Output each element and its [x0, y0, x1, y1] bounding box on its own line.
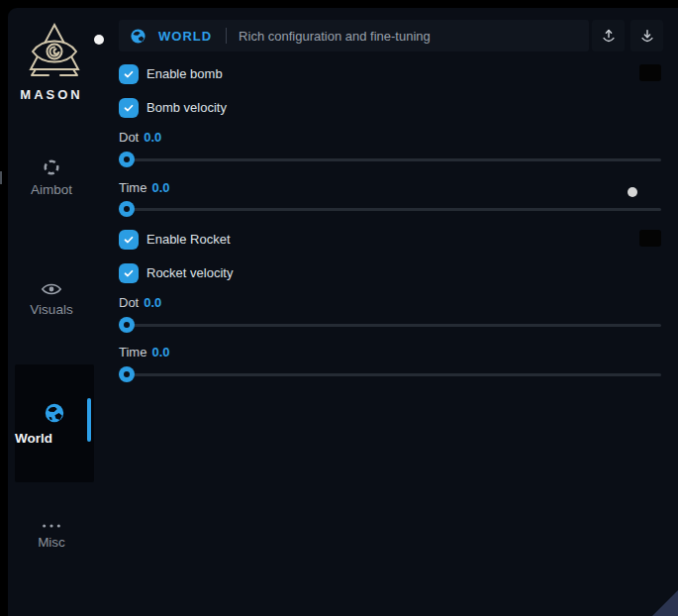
bomb-time-slider-label: Time0.0	[119, 181, 169, 195]
stray-dot	[628, 187, 637, 197]
upload-icon	[600, 27, 618, 45]
rocket-time-slider-track[interactable]	[119, 373, 661, 376]
upload-config-button[interactable]	[592, 20, 625, 51]
app-window: MASON Aimbot Visuals	[8, 8, 678, 616]
sidebar-item-world[interactable]: World	[15, 364, 94, 482]
slider-name: Time	[119, 180, 146, 195]
rocket-dot-slider-label: Dot0.0	[119, 296, 161, 310]
slider-value: 0.0	[151, 345, 169, 359]
screen: MASON Aimbot Visuals	[0, 0, 678, 616]
slider-value: 0.0	[144, 130, 161, 145]
page-title: WORLD	[158, 29, 212, 44]
slider-name: Time	[119, 345, 146, 359]
enable-rocket-label: Enable Rocket	[146, 230, 231, 250]
bomb-time-slider-thumb[interactable]	[119, 201, 135, 217]
thumb-hole	[124, 322, 130, 328]
bomb-color-swatch[interactable]	[639, 64, 661, 81]
page-header: WORLD Rich configuration and fine-tuning	[119, 20, 589, 51]
brand-name: MASON	[8, 87, 95, 102]
download-config-button[interactable]	[630, 20, 663, 51]
globe-icon	[130, 28, 146, 45]
enable-bomb-checkbox[interactable]	[119, 64, 139, 84]
eye-icon	[41, 281, 62, 297]
bomb-dot-slider-track[interactable]	[119, 158, 661, 161]
check-icon	[123, 68, 135, 80]
bomb-dot-slider-label: Dot0.0	[119, 131, 161, 145]
enable-bomb-label: Enable bomb	[146, 64, 223, 84]
thumb-hole	[124, 206, 130, 212]
thumb-hole	[124, 156, 130, 162]
header-divider	[226, 28, 227, 44]
thumb-hole	[124, 371, 130, 377]
bomb-velocity-label: Bomb velocity	[146, 98, 227, 118]
rocket-dot-slider-thumb[interactable]	[119, 317, 135, 333]
crosshair-icon	[42, 157, 61, 177]
sidebar-item-label: World	[15, 431, 94, 446]
ellipsis-icon	[41, 522, 62, 530]
cursor-dot	[94, 35, 104, 45]
bomb-dot-slider-thumb[interactable]	[119, 152, 135, 167]
rocket-velocity-label: Rocket velocity	[146, 263, 233, 283]
globe-icon	[44, 402, 65, 424]
check-icon	[123, 102, 135, 114]
enable-rocket-checkbox[interactable]	[119, 230, 139, 250]
sidebar-item-misc[interactable]: Misc	[8, 522, 95, 550]
sidebar-item-aimbot[interactable]: Aimbot	[8, 157, 95, 197]
page-subtitle: Rich configuration and fine-tuning	[239, 29, 431, 44]
rocket-dot-slider-track[interactable]	[119, 324, 661, 327]
corner-accent	[652, 590, 678, 616]
slider-value: 0.0	[151, 180, 169, 195]
active-tab-indicator	[87, 398, 91, 442]
slider-name: Dot	[119, 295, 139, 310]
sidebar-item-label: Misc	[8, 535, 95, 550]
mason-logo-icon	[24, 20, 85, 83]
rocket-color-swatch[interactable]	[639, 230, 661, 247]
slider-name: Dot	[119, 130, 139, 145]
rocket-velocity-checkbox[interactable]	[119, 263, 139, 283]
sidebar-item-label: Aimbot	[8, 182, 95, 197]
edge-tick	[0, 171, 2, 184]
sidebar-item-label: Visuals	[8, 302, 95, 317]
rocket-time-slider-label: Time0.0	[119, 346, 169, 359]
rocket-time-slider-thumb[interactable]	[119, 366, 135, 382]
slider-value: 0.0	[144, 295, 161, 310]
sidebar: MASON Aimbot Visuals	[8, 8, 119, 616]
sidebar-item-visuals[interactable]: Visuals	[8, 281, 95, 317]
bomb-velocity-checkbox[interactable]	[119, 98, 139, 118]
bomb-time-slider-track[interactable]	[119, 208, 661, 211]
check-icon	[123, 267, 135, 279]
check-icon	[123, 234, 135, 246]
download-icon	[638, 27, 656, 45]
